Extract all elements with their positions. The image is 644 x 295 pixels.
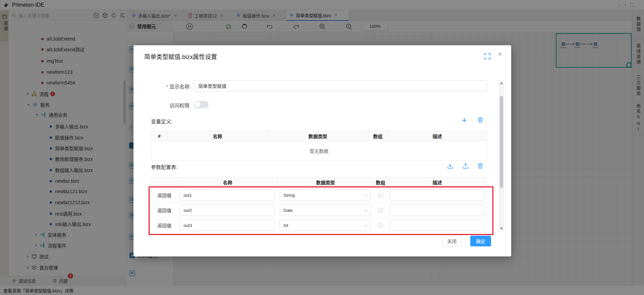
- param-kind: 返回值: [151, 218, 177, 233]
- add-variable-icon[interactable]: +: [461, 117, 468, 124]
- param-type-select[interactable]: Int: [280, 220, 371, 231]
- param-type-select[interactable]: Date: [280, 204, 371, 216]
- variables-table-header: # 名称 数据类型 数组 描述: [151, 131, 487, 141]
- empty-placeholder: 暂无数据: [151, 141, 487, 161]
- chevron-down-icon: [364, 223, 368, 227]
- params-table: 名称 数据类型 数组 描述 返回值 String 返回值 Date 返回值: [151, 177, 487, 233]
- param-name-input[interactable]: [180, 220, 275, 231]
- export-params-icon[interactable]: [462, 163, 469, 169]
- property-settings-dialog: 简单类型赋值.bizx属性设置 × 显示名称 访问权限 变量定义: + # 名称…: [133, 45, 511, 256]
- delete-param-icon[interactable]: [477, 163, 484, 169]
- chevron-down-icon: [364, 208, 368, 212]
- delete-variable-icon[interactable]: [477, 117, 484, 123]
- param-row: 返回值 Int: [151, 218, 487, 233]
- params-section-label: 参数配置表:: [151, 163, 177, 170]
- param-type-select[interactable]: String: [280, 189, 371, 201]
- import-params-icon[interactable]: [447, 163, 453, 169]
- scrollbar-thumb[interactable]: [500, 96, 503, 188]
- param-kind: 返回值: [151, 203, 177, 218]
- dialog-title: 简单类型赋值.bizx属性设置: [144, 52, 217, 61]
- dialog-scrollbar[interactable]: [499, 80, 504, 231]
- param-name-input[interactable]: [180, 189, 275, 201]
- is-array-checkbox[interactable]: [378, 223, 383, 228]
- variables-table: # 名称 数据类型 数组 描述 暂无数据: [151, 131, 487, 161]
- variables-section-label: 变量定义:: [151, 118, 172, 125]
- display-name-label: 显示名称: [154, 83, 190, 90]
- is-array-checkbox[interactable]: [378, 193, 383, 198]
- chevron-down-icon: [364, 193, 368, 196]
- access-permission-toggle[interactable]: [194, 101, 209, 108]
- scroll-up-icon[interactable]: [499, 81, 503, 85]
- close-button[interactable]: 关闭: [442, 236, 462, 246]
- param-kind: 返回值: [151, 188, 177, 202]
- param-name-input[interactable]: [180, 204, 275, 216]
- param-description-input[interactable]: [390, 220, 484, 231]
- access-permission-label: 访问权限: [154, 102, 190, 109]
- primeton-ide-window: Primeton-IDE ‹ › 资源 AI: [0, 0, 644, 295]
- param-description-input[interactable]: [390, 204, 484, 216]
- params-table-header: 名称 数据类型 数组 描述: [151, 177, 487, 187]
- confirm-button[interactable]: 确定: [470, 236, 491, 246]
- scroll-down-icon[interactable]: [499, 226, 503, 231]
- display-name-input[interactable]: [194, 80, 487, 92]
- param-row: 返回值 Date: [151, 202, 487, 218]
- close-icon[interactable]: ×: [498, 51, 502, 58]
- is-array-checkbox[interactable]: [378, 208, 383, 213]
- fullscreen-icon[interactable]: [484, 53, 490, 59]
- param-description-input[interactable]: [390, 189, 484, 201]
- param-row: 返回值 String: [151, 187, 487, 202]
